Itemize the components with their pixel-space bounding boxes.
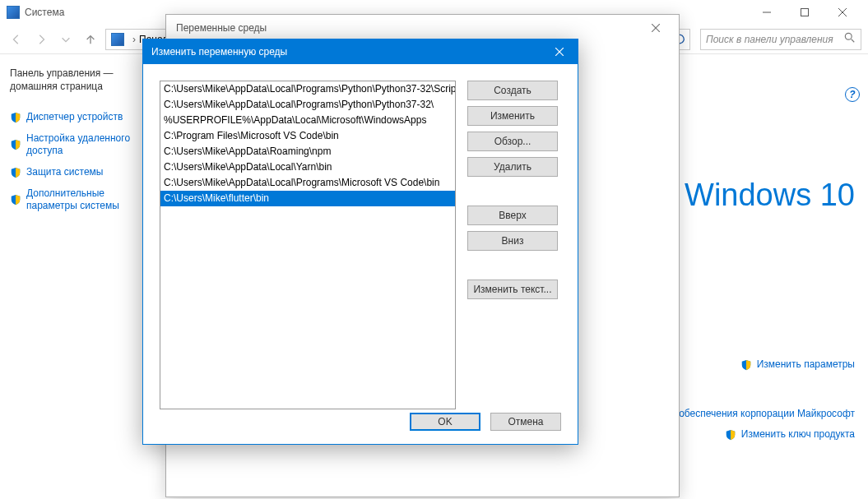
edit-dialog-title: Изменить переменную среды: [151, 46, 541, 58]
search-input[interactable]: Поиск в панели управления: [700, 29, 861, 50]
bottom-links: обеспечения корпорации Майкрософт Измени…: [679, 408, 855, 450]
move-down-button[interactable]: Вниз: [467, 231, 558, 251]
recent-button[interactable]: [56, 30, 76, 49]
breadcrumb-icon: [111, 33, 124, 46]
create-button[interactable]: Создать: [467, 81, 558, 100]
change-params-link[interactable]: Изменить параметры: [740, 358, 855, 372]
chevron-right-icon: ›: [132, 34, 136, 45]
env-dialog-title: Переменные среды: [176, 22, 643, 34]
edit-text-button[interactable]: Изменить текст...: [467, 280, 558, 299]
back-button[interactable]: [7, 30, 26, 49]
path-row[interactable]: C:\Users\Mike\AppData\Local\Programs\Pyt…: [160, 81, 455, 97]
edit-dialog-titlebar[interactable]: Изменить переменную среды: [143, 39, 578, 64]
edit-dialog-footer: OK Отмена: [410, 413, 561, 431]
path-row[interactable]: C:\Users\Mike\AppData\Local\Programs\Pyt…: [160, 97, 455, 113]
path-row[interactable]: C:\Users\Mike\AppData\Local\Yarn\bin: [160, 159, 455, 175]
right-links: Изменить параметры: [740, 358, 855, 380]
cancel-button[interactable]: Отмена: [490, 413, 561, 431]
env-dialog-close[interactable]: [643, 18, 669, 38]
move-up-button[interactable]: Вверх: [467, 206, 558, 225]
edit-dialog-close[interactable]: [541, 39, 578, 64]
search-placeholder: Поиск в панели управления: [706, 34, 844, 45]
edit-dialog-buttons: Создать Изменить Обзор... Удалить Вверх …: [467, 81, 558, 409]
env-dialog-titlebar[interactable]: Переменные среды: [166, 15, 679, 41]
shield-icon: [10, 139, 21, 150]
delete-button[interactable]: Удалить: [467, 157, 558, 177]
minimize-button[interactable]: [748, 0, 786, 25]
svg-rect-1: [801, 9, 809, 16]
sidebar-advanced[interactable]: Дополнительные параметры системы: [10, 187, 155, 213]
browse-button[interactable]: Обзор...: [467, 132, 558, 151]
svg-line-5: [852, 39, 855, 43]
system-icon: [7, 6, 20, 19]
shield-icon: [10, 167, 21, 178]
help-icon[interactable]: ?: [845, 87, 860, 102]
forward-button[interactable]: [31, 30, 51, 49]
path-row[interactable]: C:\Users\Mike\AppData\Local\Programs\Mic…: [160, 175, 455, 191]
search-icon: [844, 32, 856, 46]
sidebar-remote[interactable]: Настройка удаленного доступа: [10, 132, 155, 158]
up-button[interactable]: [81, 30, 100, 49]
edit-env-var-dialog: Изменить переменную среды C:\Users\Mike\…: [142, 39, 578, 445]
path-row[interactable]: C:\Users\Mike\flutter\bin: [160, 191, 455, 206]
windows-logo: Windows 10: [685, 178, 855, 213]
svg-point-4: [845, 33, 852, 39]
path-row[interactable]: C:\Users\Mike\AppData\Roaming\npm: [160, 144, 455, 159]
edit-button[interactable]: Изменить: [467, 106, 558, 126]
path-row[interactable]: %USERPROFILE%\AppData\Local\Microsoft\Wi…: [160, 113, 455, 128]
path-row[interactable]: C:\Program Files\Microsoft VS Code\bin: [160, 128, 455, 144]
maximize-button[interactable]: [786, 0, 824, 25]
sidebar-protection[interactable]: Защита системы: [10, 166, 155, 179]
sidebar: Панель управления — домашняя страница Ди…: [0, 54, 165, 499]
shield-icon: [10, 194, 21, 206]
edit-dialog-body: C:\Users\Mike\AppData\Local\Programs\Pyt…: [143, 64, 578, 426]
sidebar-device-manager[interactable]: Диспетчер устройств: [10, 111, 155, 124]
shield-icon: [725, 429, 736, 441]
paths-listbox[interactable]: C:\Users\Mike\AppData\Local\Programs\Pyt…: [160, 81, 456, 409]
close-button[interactable]: [824, 0, 861, 25]
change-key-link[interactable]: Изменить ключ продукта: [679, 428, 855, 441]
shield-icon: [10, 112, 21, 123]
ok-button[interactable]: OK: [410, 413, 480, 431]
shield-icon: [740, 359, 752, 371]
sidebar-home[interactable]: Панель управления — домашняя страница: [10, 67, 155, 93]
ms-link[interactable]: обеспечения корпорации Майкрософт: [679, 408, 855, 421]
